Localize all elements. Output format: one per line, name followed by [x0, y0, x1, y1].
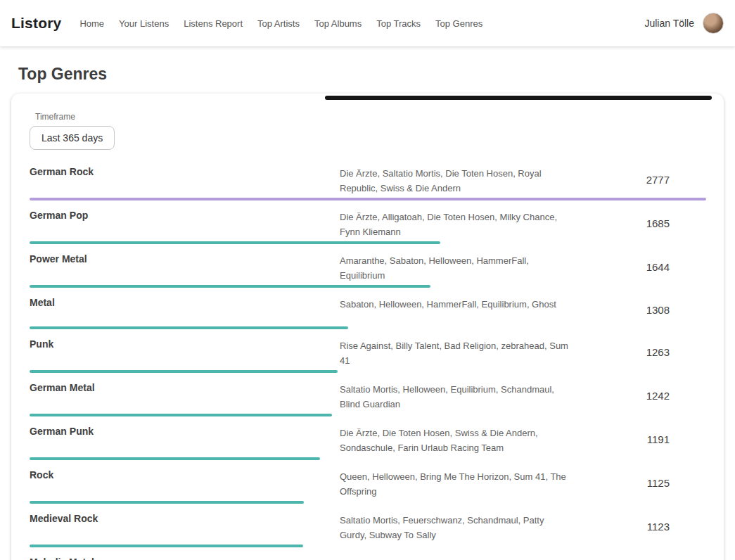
genre-artists: Saltatio Mortis, Feuerschwanz, Schandmau…: [340, 511, 572, 542]
user-name: Julian Tölle: [644, 18, 694, 29]
nav-link-listens-report[interactable]: Listens Report: [184, 18, 243, 29]
page-content: Top Genres Timeframe Last 365 days Germa…: [0, 46, 735, 560]
genre-artists: Sabaton, Helloween, HammerFall, Equilibr…: [340, 295, 572, 312]
genre-artists: Die Ärzte, Alligatoah, Die Toten Hosen, …: [340, 208, 572, 239]
genre-artists: Amaranthe, Sabaton, Helloween, HammerFal…: [340, 251, 572, 283]
genre-name: Medieval Rock: [30, 511, 340, 524]
genre-bar-fill: [30, 501, 304, 504]
genre-bar-fill: [30, 370, 338, 373]
genre-bar: [30, 285, 706, 288]
genre-bar: [30, 501, 706, 504]
genre-count: 1242: [572, 390, 706, 402]
top-genres-card: Timeframe Last 365 days German Rock Die …: [11, 94, 724, 560]
genre-artists: Unleash The Archers, Helloween, HammerFa…: [340, 554, 572, 560]
genre-name: German Rock: [30, 164, 340, 177]
genre-artists: Die Ärzte, Saltatio Mortis, Die Toten Ho…: [340, 164, 572, 196]
nav-link-your-listens[interactable]: Your Listens: [119, 18, 169, 29]
genre-bar: [30, 241, 706, 244]
genre-count: 1644: [572, 261, 706, 273]
genre-count: 1123: [572, 521, 706, 533]
genre-artists: Die Ärzte, Die Toten Hosen, Swiss & Die …: [340, 424, 572, 455]
genre-row: Rock Queen, Helloween, Bring Me The Hori…: [30, 467, 706, 504]
nav-link-top-artists[interactable]: Top Artists: [257, 18, 300, 29]
genre-name: Melodic Metal: [30, 554, 340, 560]
genre-row: German Metal Saltatio Mortis, Helloween,…: [30, 380, 706, 416]
genre-bar-fill: [30, 326, 348, 329]
genre-name: Metal: [30, 295, 340, 308]
timeframe-label: Timeframe: [35, 112, 706, 122]
genre-bar: [30, 545, 706, 547]
genre-row: Power Metal Amaranthe, Sabaton, Hellowee…: [30, 251, 706, 288]
genre-row: Melodic Metal Unleash The Archers, Hello…: [30, 554, 706, 560]
genres-table: German Rock Die Ärzte, Saltatio Mortis, …: [30, 164, 706, 560]
genre-artists: Queen, Helloween, Bring Me The Horizon, …: [340, 467, 572, 499]
user-avatar[interactable]: [703, 13, 724, 34]
nav-user: Julian Tölle: [644, 13, 724, 34]
genre-bar: [30, 414, 706, 416]
genre-name: German Punk: [30, 424, 340, 437]
genre-bar: [30, 370, 706, 373]
nav-link-top-genres[interactable]: Top Genres: [435, 18, 482, 29]
genre-row: German Rock Die Ärzte, Saltatio Mortis, …: [30, 164, 706, 201]
genre-bar-fill: [30, 198, 706, 201]
genre-artists: Rise Against, Billy Talent, Bad Religion…: [340, 336, 572, 368]
genre-bar-fill: [30, 457, 320, 460]
genre-row: Medieval Rock Saltatio Mortis, Feuerschw…: [30, 511, 706, 547]
genre-row: German Pop Die Ärzte, Alligatoah, Die To…: [30, 208, 706, 244]
navbar: Listory HomeYour ListensListens ReportTo…: [0, 0, 735, 46]
genre-count: 1263: [572, 346, 706, 358]
genre-bar: [30, 198, 706, 201]
horizontal-scrollbar-thumb[interactable]: [325, 96, 712, 100]
genre-bar-fill: [30, 285, 430, 288]
genre-name: German Pop: [30, 208, 340, 221]
genre-name: German Metal: [30, 380, 340, 393]
genre-bar-fill: [30, 545, 303, 547]
nav-link-top-tracks[interactable]: Top Tracks: [376, 18, 421, 29]
genre-name: Rock: [30, 467, 340, 481]
genre-count: 1125: [572, 477, 706, 489]
genre-bar-fill: [30, 241, 440, 244]
nav-link-home[interactable]: Home: [79, 18, 104, 29]
genre-row: German Punk Die Ärzte, Die Toten Hosen, …: [30, 424, 706, 460]
genre-count: 1685: [572, 217, 706, 229]
timeframe-select-button[interactable]: Last 365 days: [30, 126, 115, 150]
genre-row: Punk Rise Against, Billy Talent, Bad Rel…: [30, 336, 706, 373]
genre-bar: [30, 457, 706, 460]
app-logo[interactable]: Listory: [11, 15, 61, 32]
nav-links: HomeYour ListensListens ReportTop Artist…: [79, 18, 644, 29]
genre-count: 1191: [572, 433, 706, 445]
genre-name: Punk: [30, 336, 340, 350]
genre-row: Metal Sabaton, Helloween, HammerFall, Eq…: [30, 295, 706, 329]
genre-name: Power Metal: [30, 251, 340, 265]
genre-bar-fill: [30, 414, 332, 416]
page-title: Top Genres: [18, 65, 717, 84]
genre-bar: [30, 326, 706, 329]
genre-artists: Saltatio Mortis, Helloween, Equilibrium,…: [340, 380, 572, 412]
genre-count: 1308: [572, 304, 706, 316]
genre-count: 2777: [572, 174, 706, 186]
nav-link-top-albums[interactable]: Top Albums: [314, 18, 362, 29]
